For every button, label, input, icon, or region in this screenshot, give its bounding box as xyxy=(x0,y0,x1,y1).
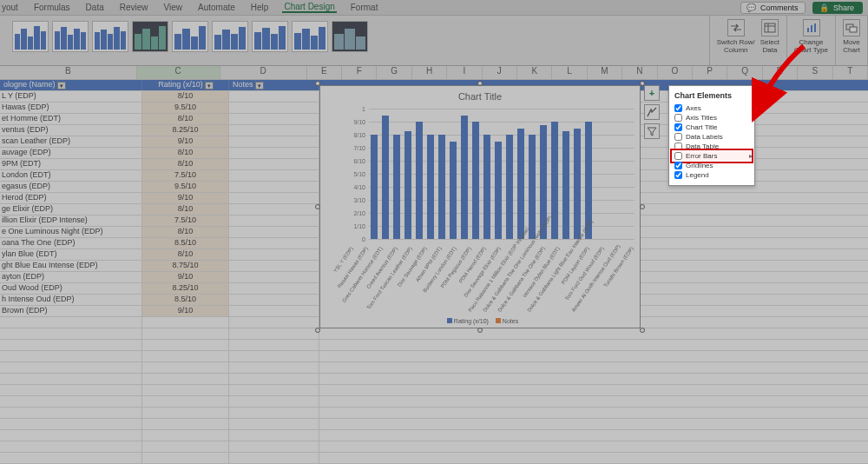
col-header-i[interactable]: I xyxy=(447,66,482,79)
chart-element-option[interactable]: Legend xyxy=(673,170,751,180)
header-notes[interactable]: Notes▾ xyxy=(229,80,319,90)
tab-layout[interactable]: yout xyxy=(0,3,20,12)
filter-icon[interactable]: ▾ xyxy=(205,82,214,89)
bar[interactable] xyxy=(416,122,423,239)
bar[interactable] xyxy=(495,142,502,240)
bar[interactable] xyxy=(574,129,581,240)
bar[interactable] xyxy=(529,135,536,239)
chart-element-option[interactable]: Error Bars▸ xyxy=(673,151,751,161)
empty-row[interactable] xyxy=(0,419,868,430)
tab-automate[interactable]: Automate xyxy=(196,3,237,12)
comments-button[interactable]: 💬 Comments xyxy=(740,2,806,14)
chart-element-option[interactable]: Axis Titles xyxy=(673,113,751,123)
tab-formulas[interactable]: Formulas xyxy=(32,3,72,12)
switch-row-column-button[interactable]: Switch Row/ Column xyxy=(717,19,755,54)
empty-row[interactable] xyxy=(0,453,868,464)
col-header-c[interactable]: C xyxy=(137,66,220,79)
col-header-o[interactable]: O xyxy=(658,66,693,79)
col-header-r[interactable]: R xyxy=(763,66,798,79)
bar[interactable] xyxy=(404,131,411,239)
col-header-t[interactable]: T xyxy=(833,66,868,79)
bar[interactable] xyxy=(461,116,468,240)
bar[interactable] xyxy=(427,135,434,239)
col-header-e[interactable]: E xyxy=(307,66,342,79)
tab-format[interactable]: Format xyxy=(349,3,380,12)
checkbox[interactable] xyxy=(674,133,682,141)
chart-plot-area[interactable]: 19/108/107/106/105/104/103/102/101/100 xyxy=(346,109,635,239)
col-header-j[interactable]: J xyxy=(483,66,517,79)
empty-row[interactable] xyxy=(0,385,868,396)
chart-element-option[interactable]: Gridlines xyxy=(673,161,751,170)
checkbox[interactable] xyxy=(674,171,682,179)
header-rating[interactable]: Rating (x/10)▾ xyxy=(142,80,229,90)
share-button[interactable]: 🔒 Share xyxy=(812,2,863,14)
bar[interactable] xyxy=(371,135,378,239)
col-header-p[interactable]: P xyxy=(693,66,727,79)
chart-legend[interactable]: Rating (x/10) Notes xyxy=(320,318,640,324)
col-header-d[interactable]: D xyxy=(220,66,307,79)
empty-row[interactable] xyxy=(0,408,868,419)
tab-help[interactable]: Help xyxy=(249,3,271,12)
col-header-l[interactable]: L xyxy=(552,66,587,79)
filter-icon[interactable]: ▾ xyxy=(255,82,264,89)
chart-element-option[interactable]: Data Labels xyxy=(673,132,751,142)
bar[interactable] xyxy=(472,122,479,239)
chart-element-option[interactable]: Axes xyxy=(673,103,751,113)
filter-icon[interactable]: ▾ xyxy=(57,82,66,89)
tab-review[interactable]: Review xyxy=(118,3,150,12)
col-header-m[interactable]: M xyxy=(588,66,622,79)
bar[interactable] xyxy=(551,122,558,239)
change-chart-type-button[interactable]: Change Chart Type xyxy=(794,19,828,54)
bar[interactable] xyxy=(562,131,569,239)
chart-filters-button[interactable] xyxy=(644,123,660,139)
chart-style-5[interactable] xyxy=(172,21,208,52)
chart-style-6[interactable] xyxy=(212,21,248,52)
empty-row[interactable] xyxy=(0,430,868,441)
chart-title[interactable]: Chart Title xyxy=(320,86,640,107)
checkbox[interactable] xyxy=(674,104,682,112)
empty-row[interactable] xyxy=(0,328,868,340)
tab-view[interactable]: View xyxy=(162,3,185,12)
header-name[interactable]: ologne (Name)▾ xyxy=(0,80,142,90)
bar[interactable] xyxy=(382,116,389,240)
chart-elements-button[interactable]: + xyxy=(644,85,660,101)
bar[interactable] xyxy=(438,135,445,239)
empty-row[interactable] xyxy=(0,441,868,453)
chart-styles-button[interactable] xyxy=(644,104,660,120)
empty-row[interactable] xyxy=(0,362,868,374)
bar[interactable] xyxy=(506,135,513,239)
bar[interactable] xyxy=(450,142,457,240)
chart-element-option[interactable]: Data Table xyxy=(673,142,751,151)
chart-style-8[interactable] xyxy=(292,21,328,52)
bar[interactable] xyxy=(483,135,490,239)
select-data-button[interactable]: Select Data xyxy=(760,19,779,54)
col-header-b[interactable]: B xyxy=(0,66,137,79)
empty-row[interactable] xyxy=(0,374,868,385)
chart-style-4[interactable] xyxy=(132,21,168,52)
chart-style-7[interactable] xyxy=(252,21,288,52)
bar[interactable] xyxy=(393,135,400,239)
col-header-g[interactable]: G xyxy=(377,66,411,79)
col-header-h[interactable]: H xyxy=(412,66,447,79)
chart-element-option[interactable]: Chart Title xyxy=(673,123,751,132)
empty-row[interactable] xyxy=(0,340,868,351)
embedded-chart[interactable]: Chart Title 19/108/107/106/105/104/103/1… xyxy=(319,85,641,328)
col-header-n[interactable]: N xyxy=(622,66,657,79)
checkbox[interactable] xyxy=(674,152,682,160)
checkbox[interactable] xyxy=(674,143,682,150)
chart-style-3[interactable] xyxy=(92,21,128,52)
tab-chart-design[interactable]: Chart Design xyxy=(282,2,336,13)
checkbox[interactable] xyxy=(674,123,682,131)
chart-style-2[interactable] xyxy=(52,21,89,52)
empty-row[interactable] xyxy=(0,396,868,408)
chart-style-1[interactable] xyxy=(12,21,49,52)
spreadsheet[interactable]: B C D E F G H I J K L M N O P Q R S T ol… xyxy=(0,66,868,464)
chevron-right-icon[interactable]: ▸ xyxy=(749,152,753,160)
chart-style-9[interactable] xyxy=(332,21,368,52)
col-header-f[interactable]: F xyxy=(342,66,377,79)
empty-row[interactable] xyxy=(0,351,868,362)
tab-data[interactable]: Data xyxy=(84,3,106,12)
checkbox[interactable] xyxy=(674,114,682,122)
col-header-s[interactable]: S xyxy=(798,66,832,79)
move-chart-button[interactable]: Move Chart xyxy=(843,19,860,54)
